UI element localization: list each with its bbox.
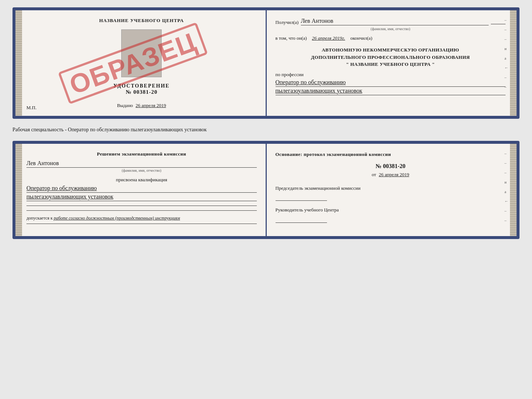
bottom-lines [26,206,257,211]
vydano-label: Выдано [117,103,133,108]
dopuskaetsya-label: допускается к [26,215,53,221]
rukovoditel-label: Руководитель учебного Центра [276,207,506,213]
poluchil-name: Лев Антонов [301,18,489,25]
middle-label: Рабочая специальность - Оператор по обсл… [12,125,520,134]
poluchil-row: Получил(а) Лев Антонов [276,18,506,25]
resheniye-title: Решением экзаменационной комиссии [26,151,257,157]
mp-label: М.П. [26,105,36,111]
predsedatel-signature-line [276,200,327,201]
kvalif-line2: пылегазоулавливающих установок [26,193,257,201]
training-center-title: НАЗВАНИЕ УЧЕБНОГО ЦЕНТРА [99,18,184,24]
kvalif-line1: Оператор по обслуживанию [26,185,257,193]
line-under-dopuskaetsya [26,224,257,224]
dopuskaetsya-block: допускается к работе согласно должностны… [26,215,257,221]
vtom-label: в том, что он(а) [276,35,307,41]
vydano-date: 26 апреля 2019 [136,103,166,108]
poluchil-label: Получил(а) [276,19,299,25]
osnovanie-title: Основание: протокол экзаменационной коми… [276,151,506,158]
fio-hint-top: (фамилия, имя, отчество) [276,27,506,31]
prisvoena-label: присвоена квалификация [26,177,257,183]
po-professii-label: по профессии [276,72,506,78]
bottom-doc-right: Основание: протокол экзаменационной коми… [267,144,517,236]
vydano-row: Выдано 26 апреля 2019 [117,103,166,108]
photo-placeholder [121,29,162,77]
bottom-doc-left: Решением экзаменационной комиссии Лев Ан… [15,144,266,236]
vertical-marks: – – – и а ← – – [504,18,508,89]
org-line2: ДОПОЛНИТЕЛЬНОГО ПРОФЕССИОНАЛЬНОГО ОБРАЗО… [276,54,506,61]
professiya-line1: Оператор по обслуживанию [276,79,506,87]
org-line1: АВТОНОМНУЮ НЕКОММЕРЧЕСКУЮ ОРГАНИЗАЦИЮ [276,46,506,54]
protocol-date-row: от 26 апреля 2019 [276,172,506,178]
org-block: АВТОНОМНУЮ НЕКОММЕРЧЕСКУЮ ОРГАНИЗАЦИЮ ДО… [276,46,506,68]
vtom-row: в том, что он(а) 26 апреля 2019г. окончи… [276,35,506,41]
protocol-date: 26 апреля 2019 [379,172,409,177]
professiya-line2: пылегазоулавливающих установок [276,88,506,95]
certificate-number: № 00381-20 [114,89,170,95]
line1 [26,206,257,206]
top-document: НАЗВАНИЕ УЧЕБНОГО ЦЕНТРА УДОСТОВЕРЕНИЕ №… [12,7,520,119]
line2 [26,210,257,211]
page-container: НАЗВАНИЕ УЧЕБНОГО ЦЕНТРА УДОСТОВЕРЕНИЕ №… [12,7,520,239]
rukovoditel-signature-line [276,222,327,223]
okonchil-label: окончил(а) [350,35,372,41]
top-doc-right: Получил(а) Лев Антонов (фамилия, имя, от… [267,10,517,116]
vertical-marks-bottom: – – – и а ← – – [504,151,508,222]
org-name: " НАЗВАНИЕ УЧЕБНОГО ЦЕНТРА " [276,61,506,68]
top-doc-left: НАЗВАНИЕ УЧЕБНОГО ЦЕНТРА УДОСТОВЕРЕНИЕ №… [15,10,266,116]
ot-label: от [372,172,376,177]
dopuskaetsya-text: работе согласно должностным (производств… [54,215,180,221]
fio-hint-bottom: (фамилия, имя, отчество) [26,167,257,172]
vtom-date: 26 апреля 2019г. [312,35,345,41]
certificate-label: УДОСТОВЕРЕНИЕ [114,83,170,89]
bottom-document: Решением экзаменационной комиссии Лев Ан… [12,141,520,239]
predsedatel-label: Председатель экзаменационной комиссии [276,185,506,192]
predsedatel-block: Председатель экзаменационной комиссии [276,185,506,201]
certificate-block: УДОСТОВЕРЕНИЕ № 00381-20 [114,83,170,95]
protocol-number: № 00381-20 [276,163,506,170]
komissia-name: Лев Антонов [26,160,257,167]
